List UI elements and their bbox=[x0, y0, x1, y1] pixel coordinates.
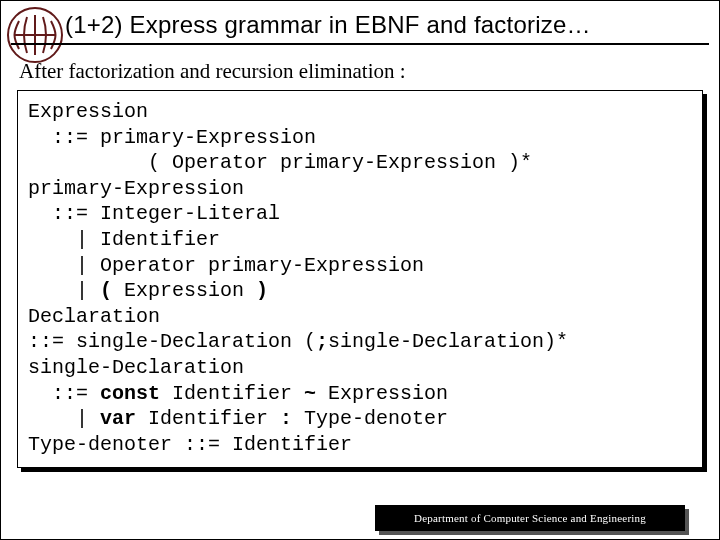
footer-bar: Department of Computer Science and Engin… bbox=[375, 505, 685, 531]
slide: (1+2) Express grammar in EBNF and factor… bbox=[0, 0, 720, 540]
grammar-line: ::= const Identifier ~ Expression bbox=[28, 381, 692, 407]
footer-text: Department of Computer Science and Engin… bbox=[414, 512, 646, 524]
grammar-line: | Identifier bbox=[28, 227, 692, 253]
grammar-line: ::= primary-Expression bbox=[28, 125, 692, 151]
grammar-line: ( Operator primary-Expression )* bbox=[28, 150, 692, 176]
grammar-code-block: Expression ::= primary-Expression ( Oper… bbox=[17, 90, 703, 468]
grammar-line: ::= Integer-Literal bbox=[28, 201, 692, 227]
grammar-line: Declaration bbox=[28, 304, 692, 330]
grammar-line: | ( Expression ) bbox=[28, 278, 692, 304]
grammar-line: Expression bbox=[28, 99, 692, 125]
grammar-line: primary-Expression bbox=[28, 176, 692, 202]
grammar-line: single-Declaration bbox=[28, 355, 692, 381]
grammar-line: | Operator primary-Expression bbox=[28, 253, 692, 279]
slide-title: (1+2) Express grammar in EBNF and factor… bbox=[65, 11, 719, 39]
title-underline bbox=[11, 43, 709, 45]
grammar-line: Type-denoter ::= Identifier bbox=[28, 432, 692, 458]
grammar-line: ::= single-Declaration (;single-Declarat… bbox=[28, 329, 692, 355]
title-bar: (1+2) Express grammar in EBNF and factor… bbox=[1, 1, 719, 51]
subtitle: After factorization and recursion elimin… bbox=[19, 59, 719, 84]
grammar-line: | var Identifier : Type-denoter bbox=[28, 406, 692, 432]
